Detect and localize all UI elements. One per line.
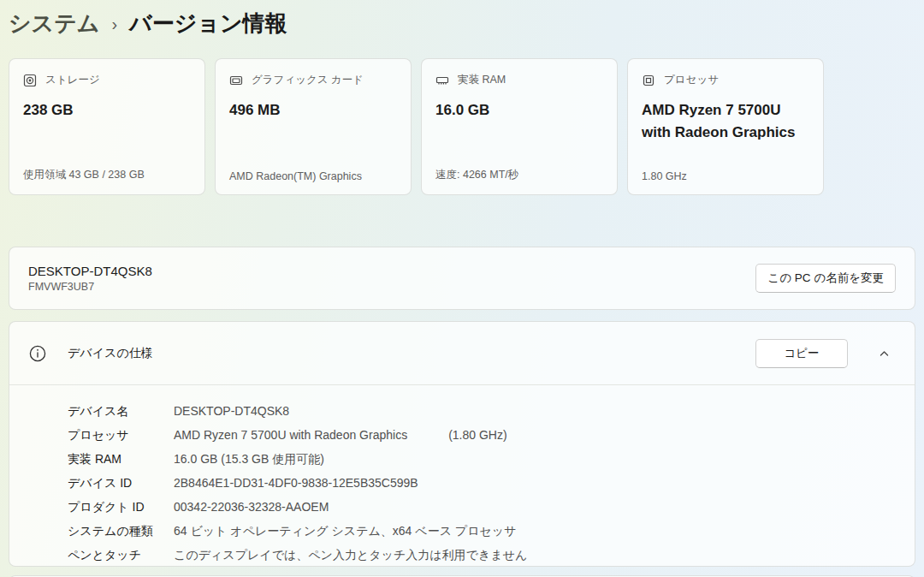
- breadcrumb-system[interactable]: システム: [9, 9, 99, 39]
- gpu-icon: [229, 74, 243, 87]
- device-specs-body: デバイス名 DESKTOP-DT4QSK8 プロセッサ AMD Ryzen 7 …: [9, 385, 915, 567]
- spec-row-device-id: デバイス ID 2B8464E1-DD31-4DF0-9838-12E5B35C…: [9, 471, 915, 495]
- storage-icon: [23, 74, 37, 87]
- ram-card-title: 実装 RAM: [458, 73, 506, 87]
- device-specs-title: デバイスの仕様: [68, 346, 153, 361]
- page-title: バージョン情報: [129, 9, 287, 39]
- ram-card[interactable]: 実装 RAM 16.0 GB 速度: 4266 MT/秒: [421, 58, 618, 195]
- graphics-card-title: グラフィックス カード: [252, 73, 364, 87]
- graphics-card-value: 496 MB: [229, 99, 397, 122]
- rename-pc-button[interactable]: この PC の名前を変更: [755, 264, 896, 293]
- graphics-card-card[interactable]: グラフィックス カード 496 MB AMD Radeon(TM) Graphi…: [215, 58, 412, 195]
- storage-card-detail: 使用領域 43 GB / 238 GB: [23, 168, 145, 182]
- processor-card-title: プロセッサ: [664, 73, 719, 87]
- graphics-card-detail: AMD Radeon(TM) Graphics: [229, 170, 362, 182]
- spec-row-system-type: システムの種類 64 ビット オペレーティング システム、x64 ベース プロセ…: [9, 519, 915, 543]
- spec-row-product-id: プロダクト ID 00342-22036-32328-AAOEM: [9, 495, 915, 519]
- cpu-icon: [642, 74, 655, 87]
- chevron-up-icon[interactable]: [878, 347, 891, 360]
- ram-icon: [435, 74, 449, 87]
- spec-row-ram: 実装 RAM 16.0 GB (15.3 GB 使用可能): [9, 447, 915, 471]
- device-specs-header[interactable]: デバイスの仕様 コピー: [9, 322, 915, 384]
- storage-card[interactable]: ストレージ 238 GB 使用領域 43 GB / 238 GB: [9, 58, 205, 195]
- device-name: DESKTOP-DT4QSK8: [28, 264, 152, 278]
- device-name-panel: DESKTOP-DT4QSK8 FMVWF3UB7 この PC の名前を変更: [9, 247, 915, 310]
- breadcrumb: システム › バージョン情報: [9, 9, 287, 39]
- spec-row-pen-touch: ペンとタッチ このディスプレイでは、ペン入力とタッチ入力は利用できません: [9, 543, 915, 567]
- storage-card-title: ストレージ: [45, 73, 100, 87]
- breadcrumb-separator-icon: ›: [111, 13, 117, 34]
- ram-card-detail: 速度: 4266 MT/秒: [435, 168, 518, 182]
- storage-card-value: 238 GB: [23, 99, 191, 122]
- device-specs-panel: デバイスの仕様 コピー デバイス名 DESKTOP-DT4QSK8 プロセッサ …: [9, 321, 915, 567]
- spec-row-device-name: デバイス名 DESKTOP-DT4QSK8: [9, 399, 915, 423]
- processor-card-value: AMD Ryzen 7 5700U with Radeon Graphics: [642, 99, 809, 145]
- info-icon: [27, 343, 48, 364]
- copy-button[interactable]: コピー: [755, 339, 848, 368]
- spec-row-processor: プロセッサ AMD Ryzen 7 5700U with Radeon Grap…: [9, 423, 915, 447]
- processor-card[interactable]: プロセッサ AMD Ryzen 7 5700U with Radeon Grap…: [627, 58, 824, 195]
- ram-card-value: 16.0 GB: [435, 99, 603, 122]
- device-model: FMVWF3UB7: [28, 281, 152, 293]
- processor-card-detail: 1.80 GHz: [642, 170, 687, 182]
